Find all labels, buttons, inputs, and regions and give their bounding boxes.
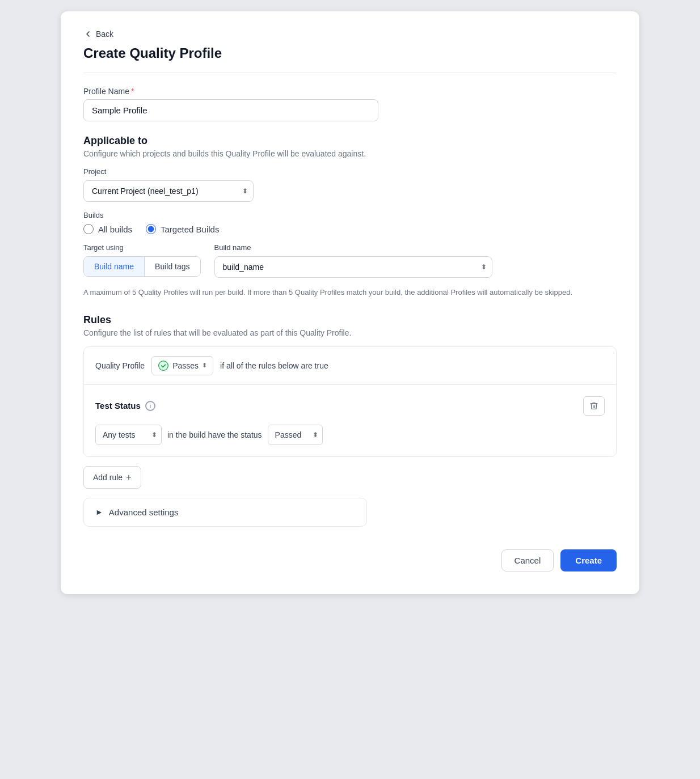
- applicable-to-section: Applicable to Configure which projects a…: [83, 135, 617, 298]
- project-select[interactable]: Current Project (neel_test_p1) All Proje…: [83, 180, 254, 202]
- build-name-select[interactable]: build_name: [214, 256, 492, 278]
- test-status-header: Test Status i: [95, 396, 605, 416]
- any-tests-select[interactable]: Any tests All tests Some tests: [95, 425, 162, 445]
- footer-buttons: Cancel Create: [83, 549, 617, 571]
- test-status-info-icon[interactable]: i: [145, 401, 155, 411]
- test-status-row: Test Status i: [84, 385, 616, 456]
- targeted-builds-label[interactable]: Targeted Builds: [146, 224, 219, 234]
- passes-label: Passes: [172, 361, 199, 370]
- passed-wrapper: Passed Failed Skipped Error ⬍: [268, 425, 323, 445]
- all-builds-radio[interactable]: [83, 224, 94, 234]
- target-row: Target using Build name Build tags Build…: [83, 243, 617, 278]
- any-tests-wrapper: Any tests All tests Some tests ⬍: [95, 425, 162, 445]
- add-rule-label: Add rule: [93, 473, 123, 482]
- build-name-tab[interactable]: Build name: [84, 257, 145, 276]
- build-name-select-wrapper: build_name ⬍: [214, 256, 492, 278]
- test-rule-row: Any tests All tests Some tests ⬍ in the …: [95, 425, 605, 445]
- builds-section: Builds All builds Targeted Builds Target…: [83, 211, 617, 298]
- all-builds-label[interactable]: All builds: [83, 224, 132, 234]
- test-status-title: Test Status i: [95, 401, 155, 411]
- in-build-text: in the build have the status: [167, 430, 262, 439]
- project-select-wrapper: Current Project (neel_test_p1) All Proje…: [83, 180, 254, 202]
- profile-name-input[interactable]: [83, 99, 378, 121]
- targeted-builds-radio[interactable]: [146, 224, 156, 234]
- main-card: Back Create Quality Profile Profile Name…: [61, 11, 639, 594]
- trash-icon: [589, 401, 598, 410]
- build-name-col: Build name build_name ⬍: [214, 243, 492, 278]
- applicable-to-desc: Configure which projects and builds this…: [83, 149, 617, 158]
- add-rule-button[interactable]: Add rule +: [83, 466, 141, 489]
- test-status-label: Test Status: [95, 401, 141, 410]
- passed-select[interactable]: Passed Failed Skipped Error: [268, 425, 323, 445]
- build-name-label: Build name: [214, 243, 492, 252]
- create-button[interactable]: Create: [560, 549, 617, 571]
- applicable-to-title: Applicable to: [83, 135, 617, 147]
- advanced-settings-label: Advanced settings: [109, 507, 179, 517]
- delete-rule-button[interactable]: [583, 396, 605, 416]
- info-text: A maximum of 5 Quality Profiles will run…: [83, 287, 594, 298]
- rules-title: Rules: [83, 314, 617, 326]
- rules-box: Quality Profile Passes ⬍ if all of the r…: [83, 346, 617, 457]
- cancel-button[interactable]: Cancel: [501, 549, 554, 571]
- back-icon: [83, 29, 92, 39]
- rules-header: Quality Profile Passes ⬍ if all of the r…: [84, 347, 616, 385]
- rules-desc: Configure the list of rules that will be…: [83, 328, 617, 337]
- passes-button[interactable]: Passes ⬍: [151, 356, 213, 375]
- back-button[interactable]: Back: [83, 29, 113, 39]
- rules-section: Rules Configure the list of rules that w…: [83, 314, 617, 527]
- target-using-col: Target using Build name Build tags: [83, 243, 201, 277]
- page-title: Create Quality Profile: [83, 45, 617, 61]
- all-builds-text: All builds: [98, 225, 132, 234]
- builds-label: Builds: [83, 211, 617, 219]
- build-tags-tab[interactable]: Build tags: [145, 257, 200, 276]
- passes-chevron: ⬍: [202, 362, 207, 369]
- quality-profile-text: Quality Profile: [95, 361, 145, 370]
- tab-switcher: Build name Build tags: [83, 256, 201, 277]
- profile-name-label: Profile Name *: [83, 87, 617, 96]
- target-using-label: Target using: [83, 243, 201, 252]
- project-label: Project: [83, 167, 617, 176]
- chevron-right-icon: ►: [95, 507, 103, 516]
- targeted-builds-text: Targeted Builds: [161, 225, 219, 234]
- back-label: Back: [96, 29, 113, 39]
- add-rule-plus-icon: +: [126, 472, 131, 482]
- svg-point-0: [159, 361, 168, 370]
- passes-icon: [158, 360, 169, 371]
- profile-name-section: Profile Name *: [83, 87, 617, 121]
- advanced-settings-box[interactable]: ► Advanced settings: [83, 498, 367, 527]
- if-all-rules-text: if all of the rules below are true: [220, 361, 328, 370]
- builds-radio-group: All builds Targeted Builds: [83, 224, 617, 234]
- required-star: *: [131, 87, 134, 96]
- divider: [83, 73, 617, 73]
